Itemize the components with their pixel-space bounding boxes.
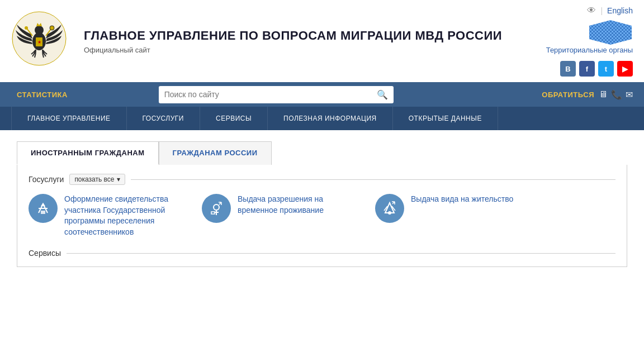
header: ★ ГЛАВНОЕ УПРАВЛЕНИЕ ПО ВОПРОСАМ МИГРАЦИ…: [0, 0, 644, 82]
vk-icon[interactable]: В: [560, 61, 576, 77]
main-navigation: ГЛАВНОЕ УПРАВЛЕНИЕ ГОСУСЛУГИ СЕРВИСЫ ПОЛ…: [0, 107, 644, 130]
english-link[interactable]: English: [607, 6, 633, 15]
service-card-3[interactable]: Выдача вида на жительство: [375, 194, 513, 237]
svg-marker-15: [589, 20, 632, 45]
eye-icon: 👁: [587, 6, 596, 16]
twitter-icon[interactable]: t: [598, 61, 614, 77]
lang-row: 👁 | English: [587, 6, 633, 16]
nav-item-gosuslugi[interactable]: ГОСУСЛУГИ: [127, 107, 200, 130]
contact-label[interactable]: ОБРАТИТЬСЯ: [542, 91, 594, 99]
stat-button[interactable]: СТАТИСТИКА: [11, 91, 84, 99]
header-right: 👁 | English Территориальные органы В: [543, 6, 633, 77]
tab-foreign[interactable]: ИНОСТРАННЫМ ГРАЖДАНАМ: [17, 141, 159, 165]
phone-icon[interactable]: 📞: [611, 89, 622, 100]
svg-point-2: [35, 26, 44, 35]
service-text-1[interactable]: Оформление свидетельства участника Госуд…: [64, 194, 185, 237]
tab-russia[interactable]: ГРАЖДАНАМ РОССИИ: [159, 141, 272, 165]
social-icons: В f t ▶: [560, 61, 633, 77]
svg-text:★: ★: [37, 40, 41, 45]
territorial-link[interactable]: Территориальные органы: [546, 46, 633, 54]
svg-rect-16: [41, 211, 45, 214]
service-icon-2: [202, 194, 231, 223]
logo: ★: [11, 11, 73, 72]
svg-marker-17: [41, 203, 45, 206]
tabs: ИНОСТРАННЫМ ГРАЖДАНАМ ГРАЖДАНАМ РОССИИ: [17, 141, 627, 165]
youtube-icon[interactable]: ▶: [617, 61, 633, 77]
svg-point-20: [388, 211, 391, 215]
service-card-1[interactable]: Оформление свидетельства участника Госуд…: [29, 194, 185, 237]
service-text-3[interactable]: Выдача вида на жительство: [411, 194, 513, 205]
service-icon-3: [375, 194, 404, 223]
monitor-icon[interactable]: 🖥: [599, 89, 608, 100]
nav-item-main[interactable]: ГЛАВНОЕ УПРАВЛЕНИЕ: [11, 107, 127, 130]
svg-point-18: [214, 204, 219, 210]
svg-point-9: [50, 26, 54, 30]
navbar: СТАТИСТИКА 🔍 ОБРАТИТЬСЯ 🖥 📞 ✉: [0, 82, 644, 107]
site-subtitle: Официальный сайт: [84, 46, 532, 54]
gosuslugi-divider: [131, 179, 615, 180]
svg-point-7: [25, 26, 28, 30]
servisy-divider: [67, 253, 615, 254]
facebook-icon[interactable]: f: [579, 61, 595, 77]
header-title-block: ГЛАВНОЕ УПРАВЛЕНИЕ ПО ВОПРОСАМ МИГРАЦИИ …: [84, 28, 532, 55]
chevron-down-icon: ▾: [117, 175, 120, 183]
search-button[interactable]: 🔍: [371, 86, 394, 103]
nav-item-opendata[interactable]: ОТКРЫТЫЕ ДАННЫЕ: [393, 107, 498, 130]
email-icon[interactable]: ✉: [626, 89, 633, 100]
search-input[interactable]: [159, 87, 371, 102]
nav-item-useful[interactable]: ПОЛЕЗНАЯ ИНФОРМАЦИЯ: [268, 107, 393, 130]
territorial-pattern: [588, 19, 633, 46]
contact-area: ОБРАТИТЬСЯ 🖥 📞 ✉: [542, 89, 633, 100]
site-title: ГЛАВНОЕ УПРАВЛЕНИЕ ПО ВОПРОСАМ МИГРАЦИИ …: [84, 28, 532, 44]
service-card-2[interactable]: Выдача разрешения на временное проживани…: [202, 194, 358, 237]
servisy-header: Сервисы: [29, 249, 615, 258]
search-bar: 🔍: [159, 86, 394, 103]
content-area: ИНОСТРАННЫМ ГРАЖДАНАМ ГРАЖДАНАМ РОССИИ Г…: [0, 130, 644, 278]
service-text-2[interactable]: Выдача разрешения на временное проживани…: [238, 194, 358, 216]
servisy-label: Сервисы: [29, 249, 61, 258]
gosuslugi-header: Госуслуги показать все ▾: [29, 174, 615, 185]
tab-panel: Госуслуги показать все ▾ Оформле: [17, 165, 627, 267]
show-all-button[interactable]: показать все ▾: [69, 174, 125, 185]
nav-item-services[interactable]: СЕРВИСЫ: [200, 107, 268, 130]
gosuslugi-label: Госуслуги: [29, 175, 64, 184]
service-icon-1: [29, 194, 58, 223]
contact-icons: 🖥 📞 ✉: [599, 89, 633, 100]
service-cards: Оформление свидетельства участника Госуд…: [29, 194, 615, 237]
